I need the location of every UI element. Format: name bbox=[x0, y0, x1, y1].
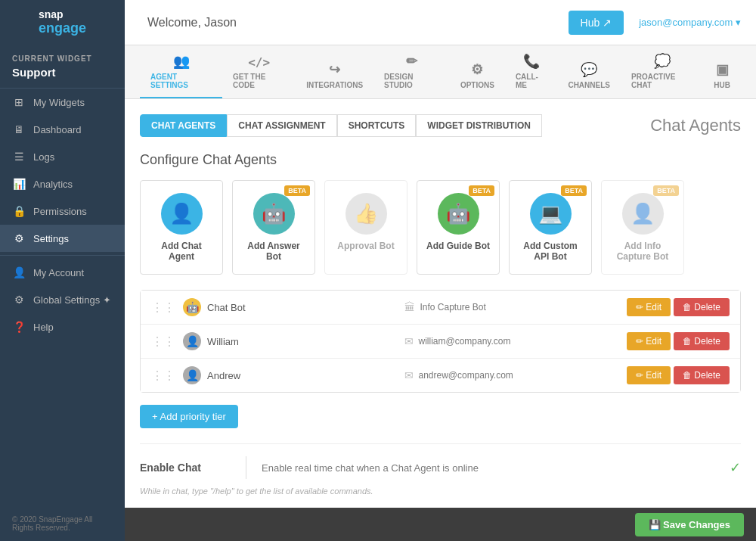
delete-button-2[interactable]: 🗑 Delete bbox=[674, 332, 730, 350]
agent-cards: 👤 Add Chat Agent BETA 🤖 Add Answer Bot 👍… bbox=[140, 180, 741, 275]
agent-card-add-answer-bot[interactable]: BETA 🤖 Add Answer Bot bbox=[232, 180, 315, 275]
sub-tabs: CHAT AGENTS CHAT ASSIGNMENT SHORTCUTS WI… bbox=[140, 114, 741, 137]
enable-chat-desc: Enable real time chat when a Chat Agent … bbox=[262, 462, 714, 474]
sidebar-item-logs[interactable]: ☰ Logs bbox=[0, 143, 125, 170]
agent-card-add-guide-bot[interactable]: BETA 🤖 Add Guide Bot bbox=[417, 180, 500, 275]
sidebar-item-help[interactable]: ❓ Help bbox=[0, 313, 125, 340]
tab-integrations[interactable]: ↪ INTEGRATIONS bbox=[296, 54, 373, 98]
email-icon-2: ✉ bbox=[404, 335, 414, 347]
nav-tabs-bar: 👥 AGENT SETTINGS </> GET THE CODE ↪ INTE… bbox=[125, 45, 756, 99]
tab-proactive-chat[interactable]: 💭 PROACTIVE CHAT bbox=[621, 45, 703, 98]
sidebar-item-settings[interactable]: ⚙ Settings bbox=[0, 225, 125, 252]
sidebar-label-settings: Settings bbox=[33, 233, 69, 244]
sidebar-item-dashboard[interactable]: 🖥 Dashboard bbox=[0, 116, 125, 143]
drag-handle-2[interactable]: ⋮⋮ bbox=[151, 334, 175, 349]
delete-button-1[interactable]: 🗑 Delete bbox=[674, 298, 730, 316]
sidebar-label-help: Help bbox=[33, 322, 54, 333]
agent-icon-2: 👤 bbox=[183, 332, 201, 350]
tab-channels-label: CHANNELS bbox=[568, 81, 610, 89]
agent-email-2: william@company.com bbox=[418, 336, 510, 347]
page-title: Chat Agents bbox=[650, 116, 741, 135]
hub-icon: ▣ bbox=[716, 61, 729, 78]
agent-card-add-custom-api-bot[interactable]: BETA 💻 Add Custom API Bot bbox=[509, 180, 592, 275]
sidebar-item-global-settings[interactable]: ⚙ Global Settings ✦ bbox=[0, 286, 125, 313]
edit-button-2[interactable]: ✏ Edit bbox=[627, 332, 671, 350]
tab-call-me-label: CALL-ME bbox=[516, 73, 547, 89]
agent-card-approval-bot: 👍 Approval Bot bbox=[324, 180, 407, 275]
tab-design-studio[interactable]: ✏ DESIGN STUDIO bbox=[373, 45, 450, 98]
enable-chat-divider bbox=[246, 456, 246, 479]
info-capture-bot-label: Add Info Capture Bot bbox=[611, 241, 674, 262]
sidebar-label-global-settings: Global Settings ✦ bbox=[33, 294, 111, 306]
info-icon-1: 🏛 bbox=[404, 301, 415, 313]
beta-badge-custom-api: BETA bbox=[561, 185, 587, 196]
tab-options[interactable]: ⚙ OPTIONS bbox=[450, 54, 505, 98]
page-content: CHAT AGENTS CHAT ASSIGNMENT SHORTCUTS WI… bbox=[125, 99, 756, 508]
delete-button-3[interactable]: 🗑 Delete bbox=[674, 366, 730, 384]
integrations-icon: ↪ bbox=[329, 61, 340, 78]
agent-settings-icon: 👥 bbox=[173, 53, 190, 70]
hub-button[interactable]: Hub ↗ bbox=[569, 11, 624, 35]
sidebar-label-dashboard: Dashboard bbox=[33, 124, 82, 135]
tab-call-me[interactable]: 📞 CALL-ME bbox=[505, 45, 558, 98]
sub-tab-chat-agents[interactable]: CHAT AGENTS bbox=[140, 114, 227, 137]
welcome-text: Welcome, Jason bbox=[147, 16, 569, 30]
sidebar-item-my-widgets[interactable]: ⊞ My Widgets bbox=[0, 89, 125, 116]
gear-icon: ⚙ bbox=[12, 232, 26, 244]
drag-handle-3[interactable]: ⋮⋮ bbox=[151, 368, 175, 383]
email-icon-3: ✉ bbox=[404, 369, 414, 381]
drag-handle-1[interactable]: ⋮⋮ bbox=[151, 300, 175, 315]
agent-card-add-chat-agent[interactable]: 👤 Add Chat Agent bbox=[140, 180, 223, 275]
tab-get-the-code[interactable]: </> GET THE CODE bbox=[222, 48, 296, 98]
sidebar-current-widget-label: CURRENT WIDGET bbox=[0, 45, 125, 66]
sub-tab-widget-distribution[interactable]: WIDGET DISTRIBUTION bbox=[416, 114, 542, 137]
logo-snap: snap bbox=[39, 8, 64, 20]
sidebar-label-my-widgets: My Widgets bbox=[33, 97, 85, 108]
beta-badge-info-capture: BETA bbox=[653, 185, 679, 196]
agent-email-info-3: ✉ andrew@company.com bbox=[404, 369, 626, 381]
guide-bot-icon: 🤖 bbox=[438, 193, 479, 235]
info-capture-bot-icon: 👤 bbox=[622, 193, 664, 235]
agent-info-3: 👤 Andrew bbox=[183, 366, 404, 384]
proactive-icon: 💭 bbox=[654, 53, 671, 70]
content-area: 👥 AGENT SETTINGS </> GET THE CODE ↪ INTE… bbox=[125, 45, 756, 541]
table-row: ⋮⋮ 👤 William ✉ william@company.com ✏ Edi… bbox=[141, 325, 740, 359]
sub-tab-chat-assignment[interactable]: CHAT ASSIGNMENT bbox=[227, 114, 336, 137]
agent-icon-3: 👤 bbox=[183, 366, 201, 384]
sidebar-label-permissions: Permissions bbox=[33, 206, 87, 217]
edit-button-3[interactable]: ✏ Edit bbox=[627, 366, 671, 384]
person-icon: 👤 bbox=[12, 266, 26, 278]
tab-integrations-label: INTEGRATIONS bbox=[306, 81, 363, 89]
sidebar-item-my-account[interactable]: 👤 My Account bbox=[0, 259, 125, 286]
code-icon: </> bbox=[248, 55, 270, 70]
tab-hub[interactable]: ▣ HUB bbox=[703, 54, 741, 98]
sidebar-item-analytics[interactable]: 📊 Analytics bbox=[0, 170, 125, 197]
agent-name-3: Andrew bbox=[207, 370, 240, 381]
add-priority-button[interactable]: + Add priority tier bbox=[140, 405, 238, 428]
options-icon: ⚙ bbox=[471, 61, 483, 78]
footer-bar: 💾 Save Changes bbox=[125, 508, 756, 541]
monitor-icon: 🖥 bbox=[12, 123, 26, 135]
sidebar-label-analytics: Analytics bbox=[33, 179, 73, 190]
guide-bot-label: Add Guide Bot bbox=[426, 241, 490, 251]
agent-email-3: andrew@company.com bbox=[418, 370, 513, 381]
save-changes-button[interactable]: 💾 Save Changes bbox=[635, 513, 745, 536]
chat-agent-icon: 👤 bbox=[161, 193, 203, 235]
tab-hub-label: HUB bbox=[714, 81, 730, 89]
sidebar: CURRENT WIDGET Support ⊞ My Widgets 🖥 Da… bbox=[0, 45, 125, 541]
enable-chat-label: Enable Chat bbox=[140, 462, 231, 474]
copyright: © 2020 SnapEngage All Rights Reserved. bbox=[0, 506, 125, 541]
help-icon: ❓ bbox=[12, 321, 26, 333]
tab-options-label: OPTIONS bbox=[460, 81, 494, 89]
sub-tab-shortcuts[interactable]: SHORTCUTS bbox=[337, 114, 417, 137]
chat-agent-label: Add Chat Agent bbox=[150, 241, 213, 262]
user-email[interactable]: jason@company.com ▾ bbox=[639, 17, 741, 28]
tab-channels[interactable]: 💬 CHANNELS bbox=[557, 54, 621, 98]
tab-agent-settings[interactable]: 👥 AGENT SETTINGS bbox=[140, 45, 222, 98]
agent-icon-1: 🤖 bbox=[183, 298, 201, 316]
sidebar-label-my-account: My Account bbox=[33, 267, 84, 278]
sidebar-item-permissions[interactable]: 🔒 Permissions bbox=[0, 197, 125, 225]
logo: snap engage bbox=[39, 8, 86, 36]
edit-button-1[interactable]: ✏ Edit bbox=[627, 298, 671, 316]
analytics-icon: 📊 bbox=[12, 178, 26, 190]
